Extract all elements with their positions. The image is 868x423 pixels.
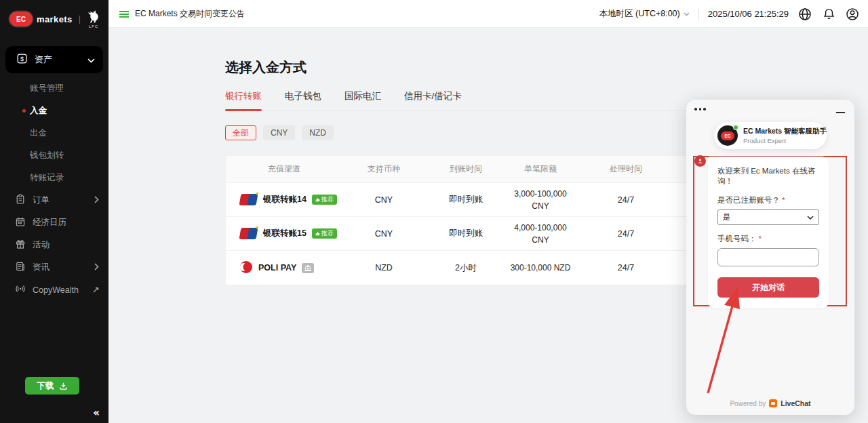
assets-icon: $ <box>16 53 28 66</box>
calendar-icon <box>15 216 26 229</box>
tab-bank-transfer[interactable]: 银行转账 <box>225 90 262 110</box>
agent-card: EC EC Markets 智能客服助手 Product Expert <box>714 122 827 149</box>
download-button[interactable]: 下载 <box>25 377 79 395</box>
chat-pre-form: 欢迎来到 Ec Markets 在线咨询！ 是否已注册账号？* 是 手机号码：*… <box>708 157 829 308</box>
powered-by-text: Powered by <box>730 400 766 407</box>
filter-nzd[interactable]: NZD <box>302 125 334 140</box>
sidebar-group-label: 资产 <box>35 54 52 66</box>
announcement-banner[interactable]: EC Markets 交易时间变更公告 <box>119 0 245 28</box>
online-status-dot <box>733 125 738 130</box>
livechat-logo-icon <box>769 399 777 407</box>
filter-cny[interactable]: CNY <box>263 125 295 140</box>
agent-avatar: EC <box>717 125 738 146</box>
sidebar-item-account-management[interactable]: 账号管理 <box>0 77 108 100</box>
chevron-down-icon <box>684 12 690 16</box>
sidebar-item-news[interactable]: 资讯 <box>0 256 108 279</box>
chevron-down-icon <box>87 55 95 65</box>
welcome-message: 欢迎来到 Ec Markets 在线咨询！ <box>717 166 819 186</box>
timezone-selector[interactable]: 本地时区 (UTC+8:00) <box>599 8 690 20</box>
chat-menu-button[interactable] <box>694 108 706 110</box>
sidebar-item-economic-calendar[interactable]: 经济日历 <box>0 212 108 234</box>
notifications-bell-icon[interactable] <box>821 7 836 22</box>
topbar-right: 本地时区 (UTC+8:00) 2025/10/06 21:25:29 <box>599 0 860 28</box>
sidebar-group-assets[interactable]: $ 资产 <box>5 46 103 73</box>
registered-question-label: 是否已注册账号？* <box>717 195 819 205</box>
filter-all[interactable]: 全部 <box>225 125 256 140</box>
brand-logo: EC markets | LFC <box>0 0 108 35</box>
start-chat-button[interactable]: 开始对话 <box>717 277 819 298</box>
language-globe-icon[interactable] <box>797 7 812 22</box>
bank-badge-icon <box>302 263 314 273</box>
orders-icon <box>15 194 26 207</box>
agent-role: Product Expert <box>743 137 827 144</box>
chat-footer: Powered by LiveChat <box>686 399 854 407</box>
thumbs-up-icon <box>315 197 320 202</box>
channel-cell: ✦ 银联转账14 推荐 <box>226 194 342 205</box>
broadcast-icon <box>15 283 26 296</box>
announcement-text: EC Markets 交易时间变更公告 <box>135 8 245 20</box>
recommended-badge: 推荐 <box>312 228 337 239</box>
lfc-bird-icon: LFC <box>87 9 100 28</box>
phone-label: 手机号码：* <box>717 234 819 244</box>
bot-message-avatar <box>694 155 706 167</box>
logo-separator: | <box>79 14 81 24</box>
sidebar-item-wallet-transfer[interactable]: 钱包划转 <box>0 144 108 167</box>
svg-text:$: $ <box>20 56 24 62</box>
datetime: 2025/10/06 21:25:29 <box>708 9 789 19</box>
thumbs-up-icon <box>315 231 320 236</box>
chevron-right-icon <box>94 196 99 205</box>
required-asterisk: * <box>759 235 762 243</box>
download-icon <box>59 382 68 390</box>
account-icon[interactable] <box>845 7 860 22</box>
recommended-badge: 推荐 <box>312 195 337 205</box>
sidebar-item-deposit[interactable]: 入金 <box>0 100 108 122</box>
external-link-icon: ↗ <box>92 285 100 295</box>
channel-cell: POLI PAY <box>226 260 342 276</box>
unionpay-icon: ✦ <box>239 228 258 239</box>
active-dot <box>22 109 26 113</box>
tab-ewallet[interactable]: 电子钱包 <box>285 90 321 110</box>
topbar: EC Markets 交易时间变更公告 本地时区 (UTC+8:00) 2025… <box>108 0 868 28</box>
chevron-right-icon <box>94 263 99 273</box>
gift-icon <box>15 239 26 251</box>
chevron-down-icon <box>807 216 814 220</box>
agent-name: EC Markets 智能客服助手 <box>743 127 827 136</box>
assets-submenu: 账号管理 入金 出金 钱包划转 转账记录 <box>0 77 108 189</box>
sidebar: EC markets | LFC $ 资产 账号管理 入金 <box>0 0 108 423</box>
tab-credit-debit-card[interactable]: 信用卡/借记卡 <box>404 90 462 110</box>
channel-cell: ✦ 银联转账15 推荐 <box>226 228 342 239</box>
ec-logo-icon: EC <box>9 12 33 26</box>
sidebar-collapse-button[interactable]: « <box>93 407 100 419</box>
required-asterisk: * <box>782 196 785 204</box>
livechat-widget: EC EC Markets 智能客服助手 Product Expert 欢迎来到… <box>686 100 854 415</box>
tab-international-wire[interactable]: 国际电汇 <box>344 90 381 110</box>
chat-minimize-button[interactable] <box>836 112 845 113</box>
sidebar-item-withdraw[interactable]: 出金 <box>0 122 108 144</box>
sidebar-item-activities[interactable]: 活动 <box>0 234 108 256</box>
news-icon <box>15 261 26 274</box>
phone-input[interactable] <box>717 248 819 266</box>
sidebar-item-orders[interactable]: 订单 <box>0 189 108 212</box>
livechat-brand[interactable]: LiveChat <box>781 399 810 407</box>
sidebar-item-transfer-records[interactable]: 转账记录 <box>0 167 108 189</box>
sidebar-item-copywealth[interactable]: CopyWealth ↗ <box>0 279 108 301</box>
divider <box>698 9 699 20</box>
announcement-icon <box>119 10 130 18</box>
page: EC markets | LFC $ 资产 账号管理 入金 <box>0 0 868 423</box>
unionpay-icon: ✦ <box>239 194 258 205</box>
page-title: 选择入金方式 <box>225 28 868 77</box>
polipay-icon <box>239 260 253 276</box>
sidebar-nav: $ 资产 账号管理 入金 出金 钱包划转 转账记录 订单 <box>0 46 108 301</box>
registered-select[interactable]: 是 <box>717 209 819 225</box>
brand-name: markets <box>37 14 73 24</box>
